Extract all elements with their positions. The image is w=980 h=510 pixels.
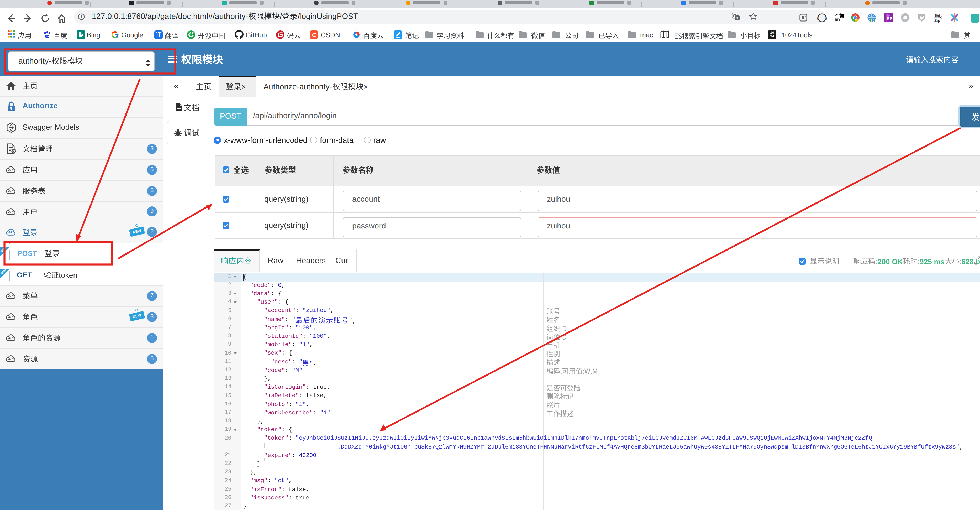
svg-text:API: API	[8, 336, 14, 340]
svg-text:API: API	[8, 168, 14, 172]
svg-text:en: en	[835, 17, 840, 22]
svg-text:API: API	[8, 210, 14, 214]
svg-text:API: API	[8, 316, 14, 319]
svg-text:API: API	[8, 357, 14, 361]
svg-text:API: API	[8, 231, 14, 234]
svg-text:API: API	[8, 189, 14, 193]
svg-text:Git: Git	[935, 13, 941, 18]
svg-text:API: API	[8, 295, 14, 298]
svg-text:{···}: {···}	[817, 16, 827, 21]
svg-text:Zip: Zip	[934, 18, 940, 22]
svg-text:RP: RP	[887, 16, 892, 21]
svg-text:du: du	[45, 35, 49, 38]
svg-text:x: x	[736, 16, 738, 20]
